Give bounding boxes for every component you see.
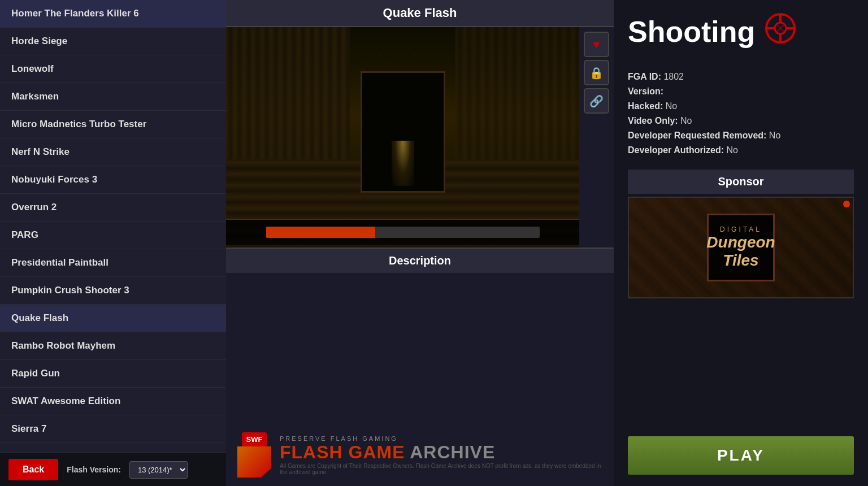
fga-id-row: FGA ID: 1802 [628,72,854,82]
dev-authorized-row: Developer Authorized: No [628,145,854,155]
list-item[interactable]: SWAT Awesome Edition [0,388,226,415]
description-content [226,273,614,424]
preserve-flash-label: PRESERVE FLASH GAMING [280,435,602,442]
hacked-row: Hacked: No [628,101,854,111]
game-screenshot [226,27,579,248]
back-button[interactable]: Back [8,459,58,480]
sponsor-logo: DIGITAL Dungeon Tiles [706,225,775,270]
dev-removed-row: Developer Requested Removed: No [628,131,854,141]
hacked-label: Hacked: [628,101,663,111]
game-title: Quake Flash [226,0,614,27]
video-only-label: Video Only: [628,116,678,125]
list-item[interactable]: Sierra 7 [0,415,226,443]
action-buttons: ♥ 🔒 🔗 [579,27,614,248]
flash-version-label: Flash Version: [67,465,121,474]
list-item[interactable]: PARG [0,222,226,249]
link-button[interactable]: 🔗 [584,88,609,114]
game-preview-area: ♥ 🔒 🔗 [226,27,614,248]
version-row: Version: [628,86,854,97]
dev-authorized-label: Developer Authorized: [628,145,724,155]
sponsor-digital-text: DIGITAL [706,225,775,233]
play-button[interactable]: PLAY [628,436,854,475]
game-info: FGA ID: 1802 Version: Hacked: No Video O… [614,63,868,164]
sponsor-section: Sponsor DIGITAL Dungeon Tiles [614,164,868,304]
fga-text-area: PRESERVE FLASH GAMING FLASH GAME ARCHIVE… [280,435,602,475]
dev-removed-label: Developer Requested Removed: [628,131,766,140]
list-item[interactable]: Horde Siege [0,28,226,55]
list-item[interactable]: Presidential Paintball [0,249,226,277]
fga-id-number: 1802 [663,72,684,81]
video-only-value: No [680,116,692,125]
sponsor-red-dot [843,201,850,207]
flash-version-select[interactable]: 13 (2014)* [129,461,188,479]
right-panel: Shooting FGA ID: 1802 [614,0,868,486]
list-item[interactable]: Rambo Robot Mayhem [0,332,226,360]
swf-badge: SWF [242,432,267,446]
dungeon-scene [226,27,579,248]
category-header: Shooting [614,0,868,63]
flash-text: FLASH GAME [280,442,410,462]
list-item[interactable]: Micro Madnetics Turbo Tester [0,111,226,138]
list-item[interactable]: Nobuyuki Forces 3 [0,166,226,194]
sponsor-image[interactable]: DIGITAL Dungeon Tiles [628,197,854,298]
sidebar-footer: Back Flash Version: 13 (2014)* [0,453,226,486]
play-button-area: PLAY [614,425,868,486]
copyright-text: All Games are Copyright of Their Respect… [280,463,602,475]
list-item[interactable]: Overrun 2 [0,194,226,222]
hud-bar [266,227,540,238]
list-item[interactable]: Homer The Flanders Killer 6 [0,0,226,28]
sponsor-dungeon-text: Dungeon [706,233,775,251]
video-only-row: Video Only: No [628,116,854,126]
swf-icon [237,446,271,478]
archive-title: FLASH GAME ARCHIVE [280,442,602,463]
list-item[interactable]: Lonewolf [0,55,226,83]
game-hud [226,219,579,245]
version-label: Version: [628,86,663,96]
crosshair-icon [763,11,797,52]
sponsor-tiles-text: Tiles [706,251,775,270]
sponsor-title: Sponsor [628,170,854,194]
list-item[interactable]: Rapid Gun [0,360,226,388]
lock-button[interactable]: 🔒 [584,60,609,85]
list-item[interactable]: Sift Heads Assault 2 [0,443,226,453]
fga-logo-area: SWF PRESERVE FLASH GAMING FLASH GAME ARC… [226,424,614,486]
list-item[interactable]: Pumpkin Crush Shooter 3 [0,277,226,305]
favorite-button[interactable]: ♥ [584,32,609,57]
archive-text: ARCHIVE [410,442,495,462]
game-list: Homer The Flanders Killer 6Horde SiegeLo… [0,0,226,453]
category-title: Shooting [628,15,755,49]
fga-id-label: FGA ID: [628,72,661,81]
center-panel: Quake Flash ♥ [226,0,614,486]
dungeon-light [392,141,414,186]
hacked-value: No [666,101,677,111]
description-label: Description [226,248,614,273]
list-item[interactable]: Quake Flash [0,305,226,332]
dev-authorized-value: No [727,145,738,155]
dev-removed-value: No [769,131,780,140]
list-item[interactable]: Marksmen [0,83,226,111]
hud-bar-fill [266,227,376,238]
sidebar: Homer The Flanders Killer 6Horde SiegeLo… [0,0,226,486]
list-item[interactable]: Nerf N Strike [0,138,226,166]
